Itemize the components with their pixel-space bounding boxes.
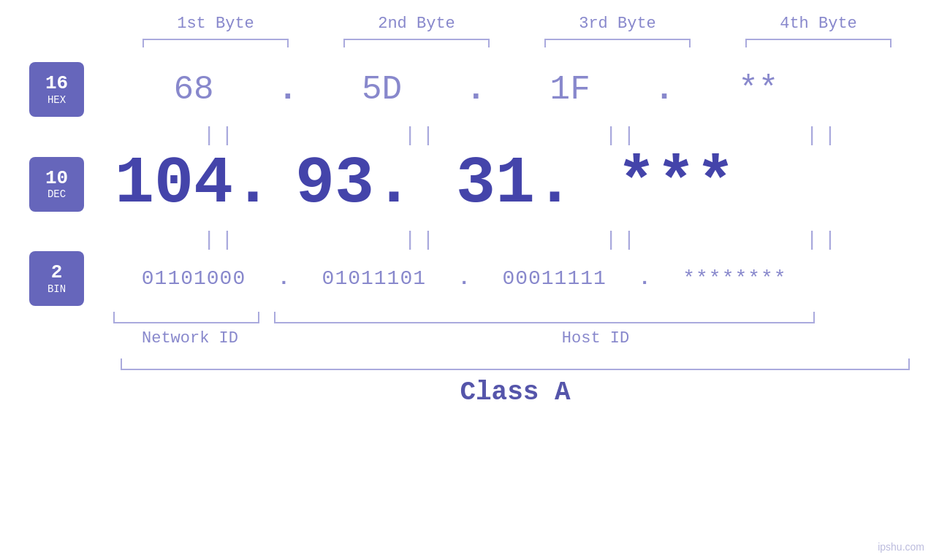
hex-row: 16 HEX 68 . 5D . 1F . ** bbox=[29, 62, 939, 117]
byte4-header: 4th Byte bbox=[738, 15, 899, 33]
content-area: 16 HEX 68 . 5D . 1F . ** || || || || bbox=[0, 62, 939, 306]
bracket-top-2 bbox=[343, 39, 490, 47]
equals-row-2: || || || || bbox=[113, 229, 939, 251]
class-label: Class A bbox=[113, 377, 917, 407]
equals-row-1: || || || || bbox=[113, 124, 939, 147]
dec-badge: 10 DEC bbox=[29, 157, 84, 212]
bracket-top-1 bbox=[142, 39, 289, 47]
bin-bytes: 01101000 . 01011101 . 00011111 . *******… bbox=[113, 267, 939, 290]
large-bracket-container bbox=[113, 358, 917, 370]
equals-group-1: || || || || bbox=[121, 124, 924, 147]
hex-badge-number: 16 bbox=[45, 73, 68, 94]
eq-3: || bbox=[543, 124, 704, 147]
eq-7: || bbox=[543, 229, 704, 251]
bin-byte2: 01011101 bbox=[294, 267, 455, 290]
watermark: ipshu.com bbox=[878, 541, 924, 553]
eq-4: || bbox=[744, 124, 905, 147]
byte-headers: 1st Byte 2nd Byte 3rd Byte 4th Byte bbox=[115, 15, 919, 33]
main-container: 1st Byte 2nd Byte 3rd Byte 4th Byte 16 H… bbox=[0, 0, 939, 560]
hex-dot1: . bbox=[278, 71, 298, 109]
eq-2: || bbox=[342, 124, 503, 147]
bin-byte1: 01101000 bbox=[113, 267, 274, 290]
network-id-label: Network ID bbox=[113, 329, 267, 348]
bin-dot2: . bbox=[458, 267, 471, 290]
bin-byte4: ******** bbox=[654, 267, 815, 290]
host-id-label: Host ID bbox=[274, 329, 917, 348]
dec-badge-number: 10 bbox=[45, 168, 68, 189]
eq-8: || bbox=[744, 229, 905, 251]
hex-byte1: 68 bbox=[113, 71, 274, 109]
dec-row: 10 DEC 104. 93. 31. *** bbox=[29, 147, 939, 221]
hex-badge-label: HEX bbox=[47, 94, 66, 106]
hex-badge: 16 HEX bbox=[29, 62, 84, 117]
bottom-section: Network ID Host ID Class A bbox=[0, 312, 939, 407]
large-bracket bbox=[121, 358, 910, 370]
bin-dot1: . bbox=[278, 267, 290, 290]
bracket-top-3 bbox=[544, 39, 691, 47]
dec-bytes: 104. 93. 31. *** bbox=[113, 147, 939, 221]
bin-badge: 2 BIN bbox=[29, 251, 84, 306]
hex-dot3: . bbox=[654, 71, 674, 109]
hex-byte3: 1F bbox=[490, 71, 650, 109]
eq-6: || bbox=[342, 229, 503, 251]
hex-byte4: ** bbox=[678, 71, 839, 109]
bracket-bottom-host bbox=[274, 312, 815, 323]
eq-5: || bbox=[141, 229, 302, 251]
equals-group-2: || || || || bbox=[121, 229, 924, 251]
bin-dot3: . bbox=[639, 267, 651, 290]
bin-row: 2 BIN 01101000 . 01011101 . 00011111 . *… bbox=[29, 251, 939, 306]
bracket-top-4 bbox=[745, 39, 892, 47]
bottom-brackets bbox=[113, 312, 917, 323]
top-brackets bbox=[115, 39, 919, 47]
dec-byte1: 104. bbox=[113, 147, 274, 221]
byte2-header: 2nd Byte bbox=[336, 15, 497, 33]
byte3-header: 3rd Byte bbox=[537, 15, 698, 33]
dec-byte4: *** bbox=[596, 147, 756, 221]
bin-badge-number: 2 bbox=[51, 262, 63, 283]
bin-byte3: 00011111 bbox=[474, 267, 635, 290]
hex-byte2: 5D bbox=[302, 71, 463, 109]
eq-1: || bbox=[141, 124, 302, 147]
dec-byte2: 93. bbox=[274, 147, 435, 221]
byte1-header: 1st Byte bbox=[135, 15, 296, 33]
dec-badge-label: DEC bbox=[47, 188, 66, 200]
bracket-bottom-network bbox=[113, 312, 259, 323]
hex-dot2: . bbox=[466, 71, 487, 109]
bin-badge-label: BIN bbox=[47, 283, 66, 295]
bracket-labels: Network ID Host ID bbox=[113, 329, 917, 348]
dec-byte3: 31. bbox=[435, 147, 596, 221]
hex-bytes: 68 . 5D . 1F . ** bbox=[113, 71, 939, 109]
